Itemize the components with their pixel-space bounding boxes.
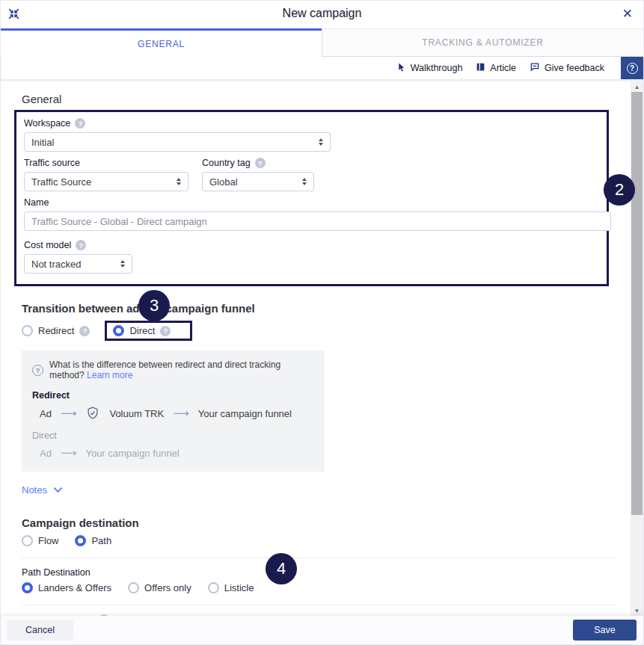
- direct-flow-row: Ad ⟶ Your campaign funnel: [40, 446, 314, 460]
- radio-offers-only[interactable]: Offers only: [128, 582, 191, 593]
- scroll-up-icon[interactable]: ▲: [631, 81, 643, 92]
- arrow-icon: ⟶: [173, 407, 189, 420]
- radio-icon: [22, 325, 33, 336]
- help-toolbar: Walkthrough Article Give feedback ?: [1, 57, 643, 79]
- redirect-help-icon[interactable]: ?: [79, 326, 90, 336]
- chevron-down-icon: [53, 487, 63, 493]
- arrow-icon: ⟶: [61, 446, 77, 460]
- radio-checked-icon: [22, 582, 33, 593]
- help-button[interactable]: ?: [621, 57, 643, 79]
- info-question-text: What is the difference between redirect …: [49, 359, 280, 380]
- tab-bar: GENERAL TRACKING & AUTOMIZER: [1, 28, 643, 57]
- walkthrough-button[interactable]: Walkthrough: [396, 62, 463, 75]
- workspace-help-icon[interactable]: ?: [75, 118, 85, 129]
- name-input[interactable]: [24, 212, 611, 231]
- destination-heading: Campaign destination: [22, 516, 631, 529]
- workspace-select[interactable]: Initial: [24, 132, 331, 152]
- sort-arrows-icon: [319, 138, 323, 146]
- step-badge-2: 2: [604, 174, 635, 206]
- redirect-flow-row: Ad ⟶ Voluum TRK ⟶ Your campaign funnel: [40, 406, 314, 421]
- notes-toggle[interactable]: Notes: [22, 484, 63, 496]
- radio-checked-icon: [75, 535, 86, 546]
- radio-checked-icon: [113, 325, 124, 336]
- article-button[interactable]: Article: [476, 62, 516, 74]
- feedback-icon: [530, 62, 540, 74]
- step-badge-3: 3: [138, 290, 170, 321]
- country-tag-help-icon[interactable]: ?: [255, 158, 266, 168]
- traffic-source-select[interactable]: Traffic Source: [24, 172, 188, 191]
- path-destination-label: Path Destination: [22, 567, 91, 578]
- learn-more-link[interactable]: Learn more: [87, 370, 132, 380]
- radio-landers-offers[interactable]: Landers & Offers: [22, 582, 111, 593]
- cursor-icon: [396, 62, 406, 75]
- redirect-flow-label: Redirect: [32, 390, 314, 401]
- new-campaign-modal: New campaign ✕ GENERAL TRACKING & AUTOMI…: [0, 0, 644, 645]
- give-feedback-button[interactable]: Give feedback: [530, 62, 604, 74]
- divider: [22, 605, 616, 605]
- cancel-button[interactable]: Cancel: [7, 620, 73, 641]
- tab-general[interactable]: GENERAL: [1, 28, 322, 57]
- country-tag-select[interactable]: Global: [202, 172, 314, 191]
- step-badge-4: 4: [266, 553, 297, 584]
- radio-path[interactable]: Path: [75, 535, 111, 546]
- arrow-icon: ⟶: [61, 407, 77, 420]
- close-icon[interactable]: ✕: [622, 6, 633, 22]
- sort-arrows-icon: [302, 178, 307, 185]
- direct-flow-label: Direct: [32, 430, 314, 441]
- name-label: Name: [24, 197, 49, 208]
- workspace-label: Workspace: [24, 118, 70, 129]
- vertical-scrollbar[interactable]: ▲ ▼: [631, 81, 643, 616]
- tab-tracking-automizer[interactable]: TRACKING & AUTOMIZER: [322, 28, 643, 57]
- sort-arrows-icon: [177, 178, 181, 185]
- cost-model-help-icon[interactable]: ?: [76, 240, 86, 250]
- modal-footer: Cancel Save: [1, 616, 643, 644]
- radio-icon: [128, 582, 139, 593]
- scrollbar-thumb[interactable]: [631, 92, 643, 515]
- radio-icon: [22, 535, 33, 546]
- question-circle-icon: ?: [627, 63, 638, 74]
- scroll-down-icon[interactable]: ▼: [631, 605, 643, 616]
- radio-icon: [208, 582, 219, 593]
- question-outline-icon: ?: [32, 365, 43, 376]
- modal-body: General Workspace ? Initial Traffic sour…: [1, 81, 631, 616]
- article-icon: [476, 62, 485, 74]
- direct-help-icon[interactable]: ?: [160, 326, 171, 336]
- general-heading: General: [22, 93, 631, 105]
- cost-model-select[interactable]: Not tracked: [24, 254, 132, 274]
- sort-arrows-icon: [120, 260, 125, 268]
- radio-direct[interactable]: Direct ?: [113, 325, 171, 336]
- direct-highlight-rect: Direct ?: [105, 321, 192, 341]
- transition-heading: Transition between ad and campaign funne…: [22, 302, 631, 315]
- general-highlight-box: Workspace ? Initial Traffic source Traff…: [14, 110, 609, 286]
- radio-flow[interactable]: Flow: [22, 535, 58, 546]
- shield-icon: [85, 406, 100, 421]
- titlebar: New campaign ✕: [1, 1, 643, 28]
- radio-redirect[interactable]: Redirect ?: [22, 325, 90, 336]
- divider: [22, 558, 616, 558]
- tracking-info-panel: ? What is the difference between redirec…: [22, 351, 325, 472]
- page-title: New campaign: [1, 7, 643, 20]
- country-tag-label: Country tag: [202, 158, 251, 168]
- save-button[interactable]: Save: [573, 620, 637, 641]
- traffic-source-label: Traffic source: [24, 158, 80, 168]
- cost-model-label: Cost model: [24, 240, 71, 250]
- radio-listicle[interactable]: Listicle: [208, 582, 254, 593]
